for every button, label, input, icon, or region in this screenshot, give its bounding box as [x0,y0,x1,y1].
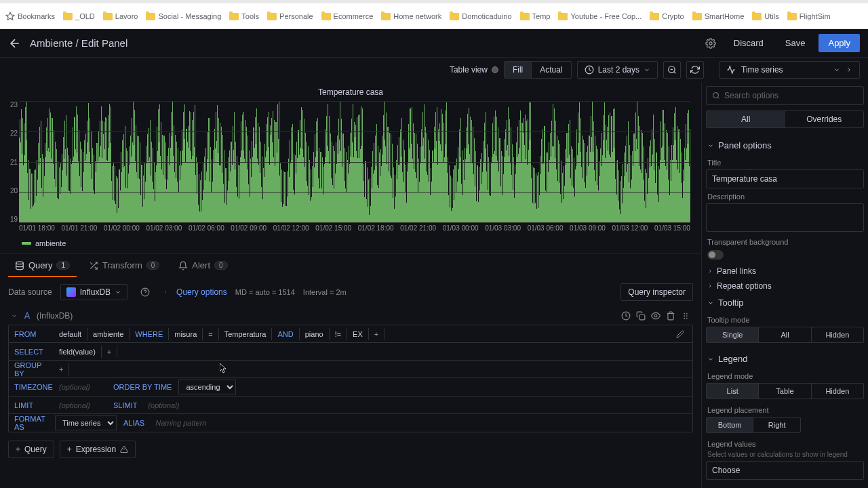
chart-canvas[interactable]: 2322212019 01/01 18:0001/01 21:0001/02 0… [19,101,690,237]
legend-swatch-icon [22,242,31,245]
section-repeat[interactable]: Repeat options [706,279,864,293]
slimit-input[interactable] [142,399,197,412]
help-icon[interactable] [136,283,155,302]
select-add[interactable]: + [102,346,117,358]
legend-hidden[interactable]: Hidden [812,384,863,399]
groupby-add[interactable]: + [54,363,69,375]
time-range-picker[interactable]: Last 2 days [577,61,658,79]
bookmark-home-network[interactable]: Home network [381,12,441,20]
tab-query[interactable]: Query 1 [8,256,77,275]
tab-transform[interactable]: Transform 0 [82,256,166,275]
tab-badge: 1 [56,261,70,270]
transparent-toggle[interactable] [707,250,724,260]
where-tag[interactable]: misura [169,328,203,340]
drag-icon[interactable] [681,311,690,321]
bookmark-youtube[interactable]: Youtube - Free Cop... [558,12,642,20]
bookmark-ecommerce[interactable]: Ecommerce [321,12,374,20]
save-button[interactable]: Save [777,34,814,52]
legend-mode-group: List Table Hidden [706,383,864,399]
description-input[interactable] [706,203,864,232]
limit-input[interactable] [54,399,108,412]
bookmark-smarthome[interactable]: SmartHome [692,12,745,20]
where-tag2[interactable]: piano [300,328,330,340]
tooltip-single[interactable]: Single [707,327,759,342]
legend-list[interactable]: List [707,384,759,399]
query-header: A (InfluxDB) [8,307,693,325]
where-add[interactable]: + [369,328,384,340]
add-expression-button[interactable]: + Expression [60,441,136,458]
chevron-down-icon [115,289,121,296]
tab-alert[interactable]: Alert 0 [172,256,234,275]
alias-input[interactable] [150,416,238,430]
refresh-icon[interactable] [686,61,704,79]
actual-button[interactable]: Actual [532,62,570,78]
chevron-down-icon[interactable] [11,312,18,319]
y-axis: 2322212019 [7,101,18,223]
chevron-right-icon [707,283,713,289]
timezone-input[interactable] [54,380,108,394]
bookmark-utils[interactable]: Utils [752,12,778,20]
query-inspector-button[interactable]: Query inspector [620,283,693,301]
where-val2[interactable]: EX [347,328,369,340]
description-label: Description [707,192,863,201]
legend-right[interactable]: Right [753,418,800,432]
bookmark-bookmarks[interactable]: Bookmarks [5,12,55,21]
section-panel-options[interactable]: Panel options [706,136,864,155]
fill-button[interactable]: Fill [505,62,532,78]
discard-button[interactable]: Discard [726,34,772,52]
pencil-icon[interactable] [676,330,692,338]
tooltip-all[interactable]: All [759,327,811,342]
query-md: MD = auto = 1514 [235,288,295,296]
subtab-all[interactable]: All [707,111,785,127]
bookmark-flightsim[interactable]: FlightSim [787,12,831,20]
bookmarks-bar: Bookmarks _OLD Lavoro Social - Messaging… [0,3,868,29]
trash-icon[interactable] [666,311,675,321]
chart-panel: Temperature casa 2322212019 01/01 18:000… [0,82,701,253]
section-legend[interactable]: Legend [706,350,864,368]
data-source-select[interactable]: InfluxDB [60,284,127,300]
title-input[interactable] [706,169,864,188]
section-panel-links[interactable]: Panel links [706,264,864,279]
bookmark-tools[interactable]: Tools [229,12,259,20]
query-options-link[interactable]: Query options [176,287,227,297]
bookmark-temp[interactable]: Temp [520,12,551,20]
from-retention[interactable]: default [54,328,87,340]
eye-icon[interactable] [651,311,660,321]
bookmark-crypto[interactable]: Crypto [650,12,684,20]
select-field[interactable]: field(value) [54,346,102,358]
bookmark-personale[interactable]: Personale [267,12,313,20]
format-select[interactable]: Time series [55,415,117,430]
add-query-button[interactable]: + Query [8,441,54,458]
chevron-down-icon [707,356,714,363]
settings-icon[interactable] [701,34,720,53]
legend-bottom[interactable]: Bottom [707,418,753,432]
from-measurement[interactable]: ambiente [87,328,130,340]
where-op2[interactable]: != [330,328,347,340]
apply-button[interactable]: Apply [818,34,860,52]
legend-values-select[interactable]: Choose [706,461,864,480]
zoom-out-icon[interactable] [663,61,681,79]
duplicate-icon[interactable] [621,311,631,321]
table-view-toggle[interactable]: Table view [450,65,498,75]
legend-table[interactable]: Table [759,384,811,399]
bookmark-social[interactable]: Social - Messaging [146,12,221,20]
bookmark-old[interactable]: _OLD [63,12,95,20]
bookmark-lavoro[interactable]: Lavoro [103,12,138,20]
bookmark-domoticaduino[interactable]: Domoticaduino [450,12,511,20]
where-val[interactable]: Temperatura [219,328,273,340]
legend-item[interactable]: ambiente [22,239,696,247]
search-options[interactable] [706,86,864,105]
options-subtabs: All Overrides [706,110,864,128]
tooltip-hidden[interactable]: Hidden [812,327,863,342]
search-input[interactable] [724,91,858,100]
back-arrow-icon[interactable] [8,37,22,50]
query-letter[interactable]: A [24,311,30,321]
section-tooltip[interactable]: Tooltip [706,293,864,312]
viz-picker[interactable]: Time series [719,61,860,79]
copy-icon[interactable] [636,311,646,321]
query-editor: A (InfluxDB) FROM default ambiente WHERE… [8,307,693,432]
subtab-overrides[interactable]: Overrides [785,111,864,127]
plot-area [19,101,690,223]
where-op[interactable]: = [203,328,218,340]
orderby-select[interactable]: ascending [178,380,236,394]
